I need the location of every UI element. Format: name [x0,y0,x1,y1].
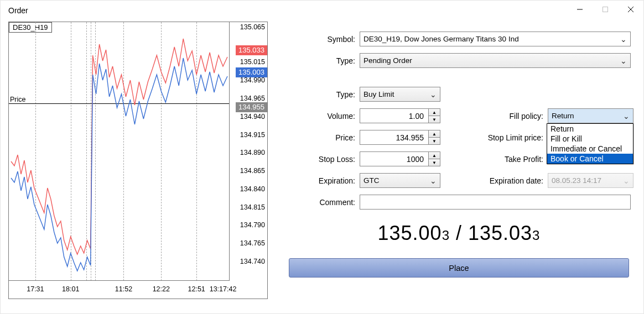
fill-policy-label: Fill policy: [466,112,548,121]
order-form: Symbol: DE30_H19, Dow Jones Germany Tita… [284,22,633,299]
window-buttons [567,1,643,18]
bid-sub: 3 [442,228,450,243]
x-tick: 18:01 [62,285,79,293]
bid-price-box: 135.003 [236,67,267,77]
stop-loss-input[interactable]: 1000 ▲ ▼ [360,151,440,166]
window-title: Order [1,1,643,20]
y-tick: 135.015 [240,59,265,65]
expiration-value: GTC [363,176,380,185]
take-profit-label: Take Profit: [466,155,548,164]
ask-price-box: 135.033 [236,45,267,55]
x-tick: 12:22 [153,285,170,293]
price-value[interactable]: 134.955 [360,130,428,145]
fill-policy-value: Return [552,112,574,120]
expiration-select[interactable]: GTC ⌄ [360,173,440,188]
content-area: DE30_H19 Price [1,20,643,309]
y-tick: 134.940 [240,113,265,120]
fill-policy-dropdown: Return Fill or Kill Immediate or Cancel … [547,123,633,164]
price-spinner[interactable]: ▲ ▼ [428,130,440,145]
expiration-label: Expiration: [284,176,360,185]
expiration-date-select: 08.05.23 14:17 ⌄ [548,173,633,188]
symbol-value: DE30_H19, Dow Jones Germany Titans 30 In… [363,35,519,43]
minimize-icon [577,6,583,13]
y-tick: 135.065 [240,24,265,30]
y-tick: 134.790 [240,222,265,228]
x-tick: 12:51 [188,285,205,293]
stop-loss-value[interactable]: 1000 [360,151,428,166]
bid-main: 135.00 [378,222,442,244]
ask-main: 135.03 [468,222,532,244]
symbol-label: Symbol: [284,35,360,44]
spinner-up-icon[interactable]: ▲ [429,109,440,116]
chevron-down-icon: ⌄ [623,176,630,185]
window-title-text: Order [8,6,28,15]
volume-input[interactable]: 1.00 ▲ ▼ [360,108,440,123]
place-button-label: Place [449,264,469,273]
price-input[interactable]: 134.955 ▲ ▼ [360,130,440,145]
y-tick: 134.965 [240,95,265,102]
ask-sub: 3 [532,228,540,243]
price-chart[interactable]: DE30_H19 Price [8,22,268,299]
fill-policy-option-return[interactable]: Return [547,124,633,134]
y-tick: 134.890 [240,149,265,156]
order-main-type-select[interactable]: Pending Order ⌄ [360,53,631,68]
price-label: Price: [284,133,360,142]
chevron-down-icon: ⌄ [623,112,630,121]
fill-policy-option-boc[interactable]: Book or Cancel [547,154,633,164]
chevron-down-icon: ⌄ [430,176,437,185]
chevron-down-icon: ⌄ [620,35,627,44]
maximize-icon [602,6,609,13]
x-tick: 11:52 [115,285,132,293]
spinner-up-icon[interactable]: ▲ [429,130,440,138]
expiration-date-value: 08.05.23 14:17 [552,176,601,185]
expiration-date-label: Expiration date: [466,176,548,185]
order-type-select[interactable]: Buy Limit ⌄ [360,87,440,102]
order-type-value: Buy Limit [363,90,394,98]
spinner-down-icon[interactable]: ▼ [429,138,440,144]
fill-policy-select[interactable]: Return ⌄ [548,108,633,123]
spinner-down-icon[interactable]: ▼ [429,159,440,166]
chevron-down-icon: ⌄ [430,90,437,99]
y-tick: 134.815 [240,204,265,211]
bid-ask-display: 135.003 / 135.033 [284,222,633,245]
spinner-up-icon[interactable]: ▲ [429,152,440,159]
last-price-box: 134.955 [236,102,267,112]
y-tick: 134.915 [240,132,265,138]
order-window: Order DE30_H19 [0,0,644,314]
y-tick: 134.865 [240,168,265,174]
place-button[interactable]: Place [289,258,629,278]
x-tick: 17:31 [27,285,44,293]
chart-series [9,22,230,281]
volume-value[interactable]: 1.00 [360,108,428,123]
svg-rect-1 [603,7,608,12]
fill-policy-option-ioc[interactable]: Immediate or Cancel [547,144,633,154]
type-value: Pending Order [363,56,412,65]
x-axis: 17:31 18:01 11:52 12:22 12:51 13:17:42 [9,280,230,299]
maximize-button [593,1,618,18]
stop-loss-label: Stop Loss: [284,155,360,164]
spinner-down-icon[interactable]: ▼ [429,116,440,123]
price-separator: / [450,222,468,244]
y-axis: 135.065 135.015 134.990 134.965 134.940 … [229,22,267,281]
comment-label: Comment: [284,198,360,207]
y-tick: 134.840 [240,186,265,192]
comment-input[interactable] [360,195,631,210]
x-tick: 13:17:42 [210,285,237,293]
close-button[interactable] [618,1,643,18]
y-tick: 134.765 [240,240,265,247]
plot-area: DE30_H19 Price [9,22,230,281]
chevron-down-icon: ⌄ [620,56,627,65]
volume-spinner[interactable]: ▲ ▼ [428,108,440,123]
stop-limit-label: Stop Limit price: [466,133,548,142]
order-type-label: Type: [284,90,360,99]
close-icon [627,6,634,13]
volume-label: Volume: [284,112,360,121]
minimize-button[interactable] [567,1,593,18]
y-tick: 134.990 [240,77,265,83]
symbol-select[interactable]: DE30_H19, Dow Jones Germany Titans 30 In… [360,32,631,46]
fill-policy-option-fok[interactable]: Fill or Kill [547,134,633,144]
y-tick: 134.740 [240,258,265,265]
stop-loss-spinner[interactable]: ▲ ▼ [428,151,440,166]
type-label: Type: [284,56,360,65]
